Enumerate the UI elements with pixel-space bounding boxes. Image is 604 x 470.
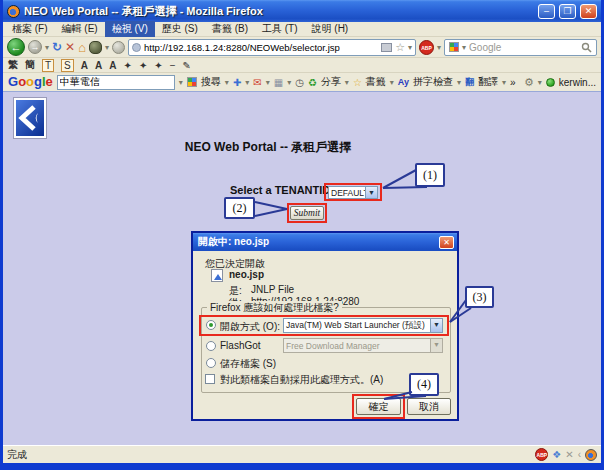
t-tool-icon[interactable]: T — [42, 59, 54, 72]
zoom-icon[interactable]: ✦ — [123, 60, 131, 71]
stop-button[interactable]: ✕ — [65, 40, 75, 54]
translate-caret[interactable]: ▾ — [502, 78, 506, 87]
page-title: NEO Web Portal -- 承租戶選擇 — [3, 139, 533, 156]
settings-caret[interactable]: ▾ — [538, 78, 542, 87]
open-with-radio[interactable] — [206, 320, 216, 330]
forward-button[interactable]: → — [28, 40, 42, 54]
menu-tools[interactable]: 工具 (T) — [255, 21, 305, 37]
save-file-label[interactable]: 儲存檔案 (S) — [220, 357, 276, 371]
extension-dropdown-icon[interactable]: ▾ — [105, 43, 109, 52]
menu-bookmarks[interactable]: 書籤 (B) — [205, 21, 255, 37]
user-account-label[interactable]: kerwin... — [559, 77, 596, 88]
menu-history[interactable]: 歷史 (S) — [155, 21, 205, 37]
menu-help[interactable]: 說明 (H) — [305, 21, 356, 37]
open-with-value: Java(TM) Web Start Launcher (預設) — [284, 320, 430, 332]
history-dropdown-icon[interactable]: ▾ — [45, 43, 49, 52]
open-with-select[interactable]: Java(TM) Web Start Launcher (預設) ▼ — [283, 318, 443, 333]
home-button[interactable]: ⌂ — [78, 40, 86, 55]
dialog-filename: neo.jsp — [229, 269, 264, 280]
adblock-status-icon[interactable]: ABP — [535, 448, 548, 461]
zoom-text-icon[interactable]: ✦ — [139, 60, 147, 71]
google-logo: Google — [8, 74, 53, 90]
noscript-status-icon[interactable]: ✕ — [565, 449, 573, 460]
pagerank-caret[interactable]: ▾ — [245, 78, 249, 87]
url-text[interactable]: http://192.168.1.24:8280/NEOWeb/selector… — [144, 42, 378, 53]
flashgot-radio[interactable] — [206, 341, 216, 351]
dialog-close-button[interactable]: ✕ — [439, 236, 454, 249]
back-button[interactable]: ← — [7, 38, 25, 56]
bookmark-star-icon[interactable]: ☆ — [395, 41, 405, 54]
toolbar-overflow-button[interactable]: » — [510, 77, 516, 88]
back-status-icon[interactable]: ‹ — [578, 449, 581, 460]
google-engine-icon[interactable] — [449, 42, 459, 52]
firefox-status-icon[interactable] — [585, 449, 597, 461]
search-placeholder[interactable]: Google — [469, 42, 578, 53]
tenant-id-select[interactable]: DEFAULT ▼ — [328, 186, 378, 199]
edit-tool-icon[interactable]: ✎ — [183, 60, 191, 71]
refresh-button[interactable]: ↻ — [52, 40, 62, 54]
auto-action-label[interactable]: 對此類檔案自動採用此處理方式。(A) — [220, 373, 383, 387]
save-file-radio[interactable] — [206, 358, 216, 368]
google-search-button[interactable]: 搜尋 — [201, 75, 221, 89]
engine-dropdown-icon[interactable]: ▾ — [462, 43, 466, 52]
cancel-button[interactable]: 取消 — [407, 398, 451, 415]
wrench-settings-icon[interactable]: ⚙ — [524, 76, 534, 89]
menu-file[interactable]: 檔案 (F) — [5, 21, 55, 37]
share-button[interactable]: 分享 — [321, 75, 341, 89]
identity-icon[interactable] — [112, 41, 125, 54]
extension-icon[interactable] — [89, 41, 102, 54]
pagerank-icon[interactable]: ✚ — [233, 77, 241, 88]
search-options-caret[interactable]: ▾ — [225, 78, 229, 87]
gmail-icon[interactable]: ✉ — [253, 77, 261, 88]
presence-status-icon[interactable] — [546, 78, 555, 87]
font-decrease-icon[interactable]: A — [109, 60, 116, 71]
menu-view[interactable]: 檢視 (V) — [105, 21, 155, 37]
gbookmark-star-icon[interactable]: ☆ — [353, 77, 362, 88]
flashgot-value: Free Download Manager — [284, 341, 430, 351]
url-dropdown-icon[interactable]: ▾ — [408, 43, 412, 52]
autofill-icon[interactable]: ♻ — [308, 77, 317, 88]
minimize-button[interactable]: – — [538, 4, 555, 19]
status-bar: 完成 ABP ❖ ✕ ‹ — [3, 445, 601, 463]
adblock-dropdown-icon[interactable]: ▾ — [437, 43, 441, 52]
adblock-plus-icon[interactable]: ABP — [419, 40, 434, 55]
submit-button[interactable]: Submit — [290, 206, 324, 220]
maximize-button[interactable]: ❐ — [559, 4, 576, 19]
flashgot-label[interactable]: FlashGot — [220, 340, 261, 351]
font-increase-icon[interactable]: A — [81, 60, 88, 71]
gbookmarks-caret[interactable]: ▾ — [390, 78, 394, 87]
translate-button[interactable]: 翻譯 — [478, 75, 498, 89]
url-bar[interactable]: http://192.168.1.24:8280/NEOWeb/selector… — [128, 39, 416, 56]
translate-icon[interactable]: 翻 — [465, 76, 474, 89]
simplified-chinese-icon[interactable]: 簡 — [25, 58, 35, 72]
zoom-site-icon[interactable]: ✦ — [154, 60, 162, 71]
spellcheck-icon[interactable]: Ay — [398, 77, 409, 87]
page-action-icon[interactable] — [381, 43, 392, 52]
share-caret[interactable]: ▾ — [345, 78, 349, 87]
google-search-input[interactable] — [57, 75, 175, 90]
close-button[interactable]: ✕ — [580, 4, 597, 19]
select-arrow-icon[interactable]: ▼ — [365, 187, 377, 198]
google-search-dropdown-icon[interactable]: ▾ — [179, 78, 183, 87]
open-with-arrow-icon[interactable]: ▼ — [430, 319, 442, 332]
flashgot-status-icon[interactable]: ❖ — [552, 449, 561, 460]
google-g-icon — [187, 77, 197, 87]
traditional-chinese-icon[interactable]: 繁 — [8, 58, 18, 72]
history-icon[interactable]: ◷ — [295, 77, 304, 88]
spellcheck-caret[interactable]: ▾ — [457, 78, 461, 87]
search-magnifier-icon[interactable] — [581, 42, 592, 53]
tenant-id-value: DEFAULT — [329, 188, 365, 198]
popup-caret[interactable]: ▾ — [287, 78, 291, 87]
auto-action-checkbox[interactable] — [205, 374, 215, 384]
open-with-label[interactable]: 開啟方式 (O): — [220, 320, 280, 334]
browser-search-box[interactable]: ▾ Google — [444, 39, 597, 56]
s-tool-icon[interactable]: S — [61, 59, 74, 72]
font-normal-icon[interactable]: A — [95, 60, 102, 71]
separator-icon: − — [170, 60, 176, 71]
menu-edit[interactable]: 編輯 (E) — [55, 21, 105, 37]
gmail-caret[interactable]: ▾ — [266, 78, 270, 87]
popup-blocker-icon[interactable]: ▦ — [274, 77, 283, 88]
spellcheck-button[interactable]: 拼字檢查 — [413, 75, 453, 89]
ok-button[interactable]: 確定 — [356, 398, 401, 415]
gbookmarks-button[interactable]: 書籤 — [366, 75, 386, 89]
